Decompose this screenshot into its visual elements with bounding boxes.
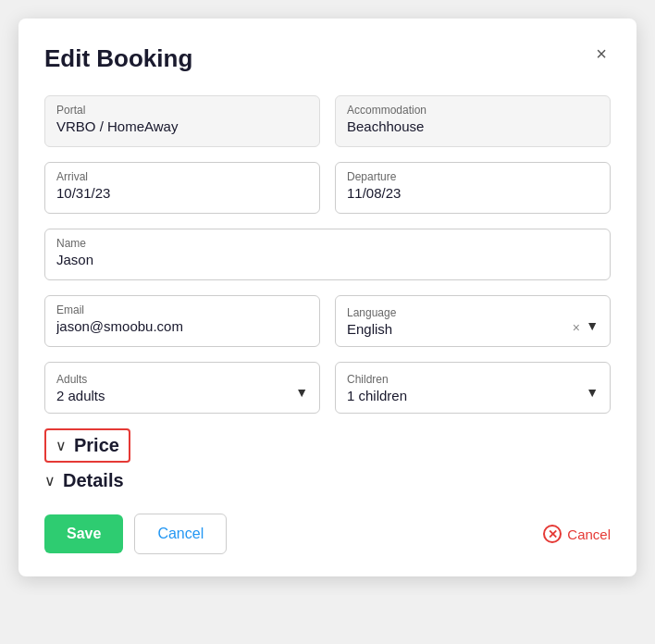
name-label: Name bbox=[56, 237, 599, 250]
cancel-red-button[interactable]: ✕ Cancel bbox=[543, 525, 611, 543]
row-email-language: Email Language English × ▼ bbox=[44, 295, 611, 347]
save-button[interactable]: Save bbox=[44, 514, 123, 553]
cancel-circle-icon: ✕ bbox=[543, 525, 562, 543]
arrival-field: Arrival bbox=[44, 162, 320, 214]
departure-field: Departure bbox=[335, 162, 611, 214]
language-value: English bbox=[347, 321, 599, 337]
accommodation-value: Beachhouse bbox=[347, 118, 424, 134]
modal-header: Edit Booking × bbox=[44, 44, 611, 73]
price-section-header[interactable]: ∨ Price bbox=[44, 428, 611, 463]
price-section-title: Price bbox=[74, 435, 119, 456]
departure-input[interactable] bbox=[347, 185, 599, 201]
email-label: Email bbox=[56, 303, 308, 316]
language-field: Language English × ▼ bbox=[335, 295, 611, 347]
portal-value: VRBO / HomeAway bbox=[56, 118, 178, 134]
arrival-label: Arrival bbox=[56, 170, 308, 183]
price-chevron-icon: ∨ bbox=[56, 437, 67, 454]
cancel-red-label: Cancel bbox=[567, 526, 611, 542]
portal-label: Portal bbox=[56, 104, 308, 117]
adults-value: 2 adults bbox=[56, 388, 308, 403]
children-value: 1 children bbox=[347, 388, 599, 403]
details-chevron-icon: ∨ bbox=[44, 472, 56, 489]
language-label: Language bbox=[347, 306, 599, 319]
row-name: Name bbox=[44, 229, 611, 280]
footer-left: Save Cancel bbox=[44, 514, 227, 554]
cancel-button[interactable]: Cancel bbox=[134, 514, 227, 554]
sections-area: ∨ Price ∨ Details bbox=[44, 428, 611, 491]
accommodation-label: Accommodation bbox=[347, 104, 599, 117]
arrival-input[interactable] bbox=[56, 185, 308, 201]
children-field: Children 1 children ▼ bbox=[335, 362, 611, 414]
details-section-title: Details bbox=[63, 470, 124, 491]
children-label: Children bbox=[347, 373, 599, 386]
row-adults-children: Adults 2 adults ▼ Children 1 children ▼ bbox=[44, 362, 611, 414]
email-field: Email bbox=[44, 295, 320, 347]
edit-booking-modal: Edit Booking × Portal VRBO / HomeAway Ac… bbox=[19, 19, 636, 576]
name-field: Name bbox=[44, 229, 611, 280]
row-arrival-departure: Arrival Departure bbox=[44, 162, 611, 214]
details-section-header[interactable]: ∨ Details bbox=[44, 470, 611, 491]
language-clear-icon[interactable]: × bbox=[573, 320, 580, 335]
adults-field: Adults 2 adults ▼ bbox=[44, 362, 320, 414]
accommodation-field: Accommodation Beachhouse bbox=[335, 95, 611, 147]
modal-title: Edit Booking bbox=[44, 44, 192, 73]
departure-label: Departure bbox=[347, 170, 599, 183]
name-input[interactable] bbox=[56, 252, 599, 267]
close-button[interactable]: × bbox=[592, 44, 611, 63]
adults-label: Adults bbox=[56, 373, 308, 386]
row-portal-accommodation: Portal VRBO / HomeAway Accommodation Bea… bbox=[44, 95, 611, 147]
email-input[interactable] bbox=[56, 318, 308, 334]
portal-field: Portal VRBO / HomeAway bbox=[44, 95, 320, 147]
footer: Save Cancel ✕ Cancel bbox=[44, 514, 611, 554]
